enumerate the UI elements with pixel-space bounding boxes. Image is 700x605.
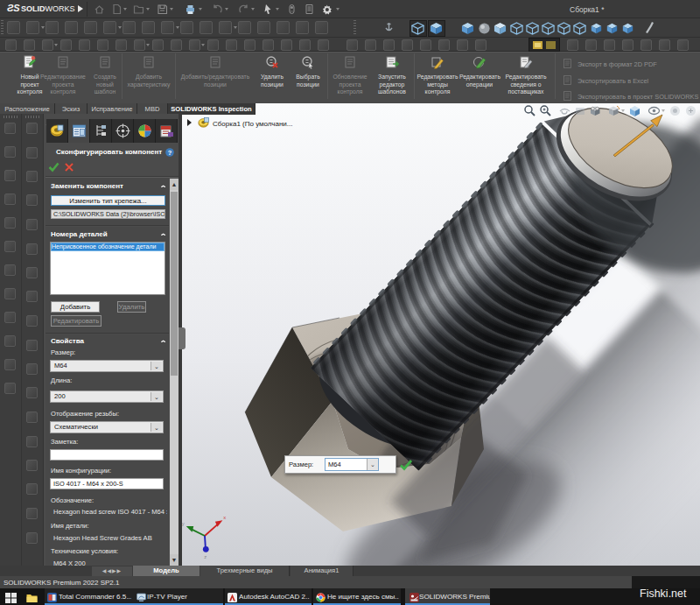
svg-text:z: z [204, 554, 206, 559]
svg-text:y: y [182, 521, 185, 526]
svg-text:x: x [223, 515, 226, 520]
svg-text:?: ? [168, 149, 172, 157]
